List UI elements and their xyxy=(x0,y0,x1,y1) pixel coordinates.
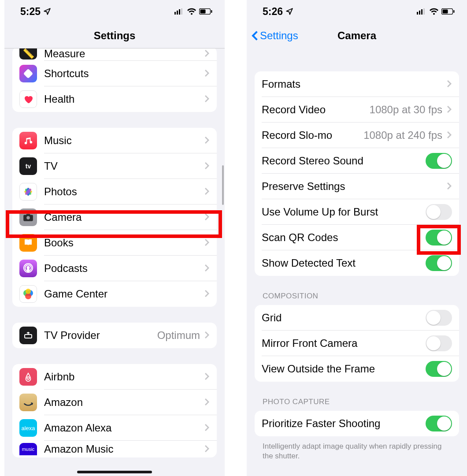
settings-row-amazon-music[interactable]: music Amazon Music xyxy=(12,441,217,457)
row-label: Mirror Front Camera xyxy=(262,337,426,350)
camera-scroll[interactable]: Formats Record Video 1080p at 30 fps Rec… xyxy=(247,52,467,476)
group-header-composition: COMPOSITION xyxy=(247,292,467,305)
toggle-prioritize-faster[interactable] xyxy=(426,416,452,431)
toggle-detected-text[interactable] xyxy=(426,255,452,271)
camera-row-preserve-settings[interactable]: Preserve Settings xyxy=(255,174,459,199)
camera-row-record-video[interactable]: Record Video 1080p at 30 fps xyxy=(255,97,459,123)
row-label: Preserve Settings xyxy=(262,180,447,193)
settings-row-amazon[interactable]: Amazon xyxy=(12,390,217,415)
settings-row-tv-provider[interactable]: TV Provider Optimum xyxy=(12,323,217,348)
phone-settings: 5:25 Settings 📏 Measure xyxy=(4,0,225,476)
row-label: Prioritize Faster Shooting xyxy=(262,417,426,430)
row-label: Amazon xyxy=(44,396,204,409)
camera-row-scan-qr: Scan QR Codes xyxy=(255,225,459,250)
group-header-photo-capture: PHOTO CAPTURE xyxy=(247,398,467,411)
settings-row-alexa[interactable]: alexa Amazon Alexa xyxy=(12,415,217,441)
measure-icon: 📏 xyxy=(19,48,37,60)
settings-scroll[interactable]: 📏 Measure Shortcuts Health xyxy=(4,48,225,476)
chevron-right-icon xyxy=(447,104,452,116)
svg-rect-27 xyxy=(423,8,425,15)
chevron-right-icon xyxy=(204,186,210,198)
cell-signal-icon xyxy=(174,8,184,15)
back-label: Settings xyxy=(260,30,298,42)
back-button[interactable]: Settings xyxy=(251,23,298,48)
svg-point-20 xyxy=(25,293,31,299)
battery-icon xyxy=(199,8,212,15)
scrollbar[interactable] xyxy=(222,165,224,205)
wifi-icon xyxy=(429,8,439,15)
row-label: Grid xyxy=(262,312,426,324)
battery-icon xyxy=(441,8,455,15)
row-label: Airbnb xyxy=(44,371,204,383)
svg-rect-22 xyxy=(25,335,32,338)
settings-row-measure[interactable]: 📏 Measure xyxy=(12,48,217,61)
settings-row-health[interactable]: Health xyxy=(12,86,217,112)
settings-row-airbnb[interactable]: Airbnb xyxy=(12,364,217,390)
settings-row-photos[interactable]: Photos xyxy=(12,179,217,205)
tv-icon: tv xyxy=(19,157,37,175)
settings-group-media: Music tv TV Photos xyxy=(12,128,217,307)
chevron-right-icon xyxy=(204,67,210,80)
status-time: 5:26 xyxy=(263,6,283,18)
camera-group-photo-capture: Prioritize Faster Shooting xyxy=(255,411,459,436)
chevron-right-icon xyxy=(447,129,452,141)
svg-rect-7 xyxy=(23,69,33,79)
row-label: Books xyxy=(44,237,204,249)
chevron-right-icon xyxy=(204,160,210,172)
camera-row-detected-text: Show Detected Text xyxy=(255,250,459,276)
settings-row-books[interactable]: Books xyxy=(12,230,217,256)
row-label: Game Center xyxy=(44,288,204,300)
svg-rect-1 xyxy=(177,11,178,15)
svg-rect-25 xyxy=(419,11,420,15)
row-label: Music xyxy=(44,134,204,147)
toggle-grid[interactable] xyxy=(426,310,452,326)
health-icon xyxy=(19,90,37,108)
row-label: Shortcuts xyxy=(44,67,204,80)
toggle-stereo-sound[interactable] xyxy=(426,153,452,169)
toggle-mirror-front[interactable] xyxy=(426,335,452,351)
cell-signal-icon xyxy=(417,8,426,15)
camera-row-volume-burst: Use Volume Up for Burst xyxy=(255,199,459,225)
svg-point-15 xyxy=(27,267,30,269)
chevron-right-icon xyxy=(204,93,210,105)
settings-group-tv-provider: TV Provider Optimum xyxy=(12,323,217,348)
row-label: Amazon Alexa xyxy=(44,422,204,434)
row-label: Measure xyxy=(44,48,204,60)
chevron-right-icon xyxy=(204,329,210,342)
svg-rect-26 xyxy=(421,9,423,15)
toggle-volume-burst[interactable] xyxy=(426,204,452,220)
airbnb-icon xyxy=(19,368,37,386)
svg-rect-2 xyxy=(179,9,180,15)
settings-group-apps: Airbnb Amazon alexa Amazon Alexa music xyxy=(12,364,217,457)
settings-row-music[interactable]: Music xyxy=(12,128,217,153)
camera-row-prioritize-faster: Prioritize Faster Shooting xyxy=(255,411,459,436)
camera-row-record-slomo[interactable]: Record Slo-mo 1080p at 240 fps xyxy=(255,123,459,148)
row-label: TV xyxy=(44,160,204,172)
home-indicator[interactable] xyxy=(77,471,152,473)
amazon-music-icon: music xyxy=(19,443,37,455)
row-label: Record Stereo Sound xyxy=(262,155,426,167)
row-label: Record Slo-mo xyxy=(262,129,363,141)
settings-row-podcasts[interactable]: Podcasts xyxy=(12,256,217,281)
music-icon xyxy=(19,132,37,149)
svg-rect-0 xyxy=(174,12,176,15)
settings-row-game-center[interactable]: Game Center xyxy=(12,281,217,307)
camera-group-main: Formats Record Video 1080p at 30 fps Rec… xyxy=(255,71,459,276)
row-value: 1080p at 30 fps xyxy=(370,104,442,116)
camera-row-formats[interactable]: Formats xyxy=(255,71,459,97)
toggle-scan-qr[interactable] xyxy=(426,230,452,245)
row-label: Use Volume Up for Burst xyxy=(262,206,426,218)
settings-row-shortcuts[interactable]: Shortcuts xyxy=(12,61,217,86)
toggle-view-outside-frame[interactable] xyxy=(426,361,452,377)
nav-bar: Settings xyxy=(4,23,225,48)
svg-point-21 xyxy=(26,289,31,294)
game-center-icon xyxy=(19,285,37,303)
settings-row-camera[interactable]: Camera xyxy=(12,205,217,230)
page-title: Camera xyxy=(337,30,376,42)
wifi-icon xyxy=(187,8,196,15)
camera-icon xyxy=(19,208,37,226)
page-title: Settings xyxy=(94,30,136,42)
settings-row-tv[interactable]: tv TV xyxy=(12,153,217,179)
row-label: Amazon Music xyxy=(44,443,204,455)
nav-bar: Settings Camera xyxy=(247,23,467,48)
